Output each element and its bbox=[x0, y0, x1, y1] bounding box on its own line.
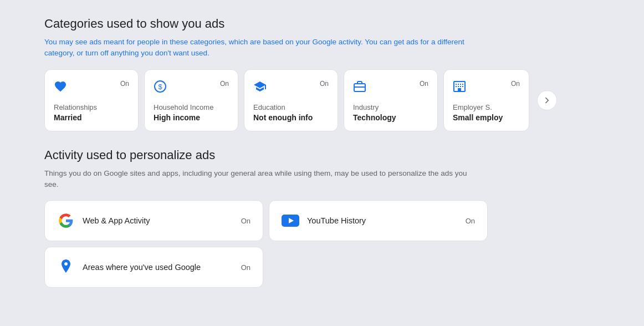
youtube-label: YouTube History bbox=[307, 216, 458, 225]
google-icon bbox=[57, 212, 75, 230]
svg-rect-6 bbox=[458, 84, 459, 85]
industry-status: On bbox=[420, 80, 428, 88]
svg-rect-13 bbox=[458, 88, 461, 91]
areas-label: Areas where you've used Google bbox=[83, 263, 233, 272]
categories-cards-row: On Relationships Married $ On Household … bbox=[44, 69, 600, 131]
activity-grid: Web & App Activity On YouTube History On… bbox=[44, 200, 488, 288]
location-icon bbox=[57, 258, 75, 276]
activity-card-youtube[interactable]: YouTube History On bbox=[269, 200, 488, 241]
briefcase-icon bbox=[353, 80, 366, 95]
categories-section: Categories used to show you ads You may … bbox=[44, 17, 600, 131]
web-app-status: On bbox=[241, 217, 251, 225]
activity-card-areas[interactable]: Areas where you've used Google On bbox=[44, 247, 263, 288]
employer-value: Small employ bbox=[453, 113, 520, 122]
education-value: Not enough info bbox=[253, 113, 329, 122]
card-employer[interactable]: On Employer S. Small employ bbox=[443, 69, 529, 131]
chevron-right-icon bbox=[542, 95, 552, 105]
activity-card-web-app[interactable]: Web & App Activity On bbox=[44, 200, 263, 241]
relationships-status: On bbox=[120, 80, 129, 88]
household-income-status: On bbox=[220, 80, 229, 88]
building-icon bbox=[453, 80, 466, 95]
svg-rect-11 bbox=[460, 86, 461, 87]
industry-value: Technology bbox=[353, 113, 428, 122]
graduation-icon bbox=[253, 80, 267, 95]
activity-title: Activity used to personalize ads bbox=[44, 148, 600, 162]
employer-label: Employer S. bbox=[453, 103, 520, 111]
education-label: Education bbox=[253, 103, 329, 111]
heart-icon bbox=[54, 80, 67, 95]
card-relationships[interactable]: On Relationships Married bbox=[44, 69, 139, 131]
chevron-next-button[interactable] bbox=[537, 90, 557, 110]
relationships-value: Married bbox=[54, 113, 129, 122]
education-status: On bbox=[320, 80, 329, 88]
household-income-value: High income bbox=[154, 113, 229, 122]
categories-title: Categories used to show you ads bbox=[44, 17, 600, 31]
industry-label: Industry bbox=[353, 103, 428, 111]
svg-text:$: $ bbox=[158, 83, 162, 91]
card-household-income[interactable]: $ On Household Income High income bbox=[144, 69, 238, 131]
card-industry[interactable]: On Industry Technology bbox=[344, 69, 438, 131]
svg-rect-7 bbox=[460, 84, 461, 85]
areas-status: On bbox=[241, 263, 251, 272]
household-income-label: Household Income bbox=[154, 103, 229, 111]
relationships-label: Relationships bbox=[54, 103, 129, 111]
web-app-label: Web & App Activity bbox=[83, 216, 233, 225]
card-education[interactable]: On Education Not enough info bbox=[244, 69, 338, 131]
svg-rect-8 bbox=[462, 84, 463, 85]
svg-rect-12 bbox=[462, 86, 463, 87]
youtube-icon bbox=[282, 212, 299, 230]
youtube-status: On bbox=[466, 217, 475, 225]
svg-rect-5 bbox=[456, 84, 457, 85]
activity-description: Things you do on Google sites and apps, … bbox=[44, 168, 477, 191]
employer-status: On bbox=[511, 80, 520, 88]
dollar-icon: $ bbox=[154, 80, 167, 95]
activity-section: Activity used to personalize ads Things … bbox=[44, 148, 600, 288]
svg-rect-9 bbox=[456, 86, 457, 87]
svg-rect-10 bbox=[458, 86, 459, 87]
categories-description: You may see ads meant for people in thes… bbox=[44, 37, 477, 59]
